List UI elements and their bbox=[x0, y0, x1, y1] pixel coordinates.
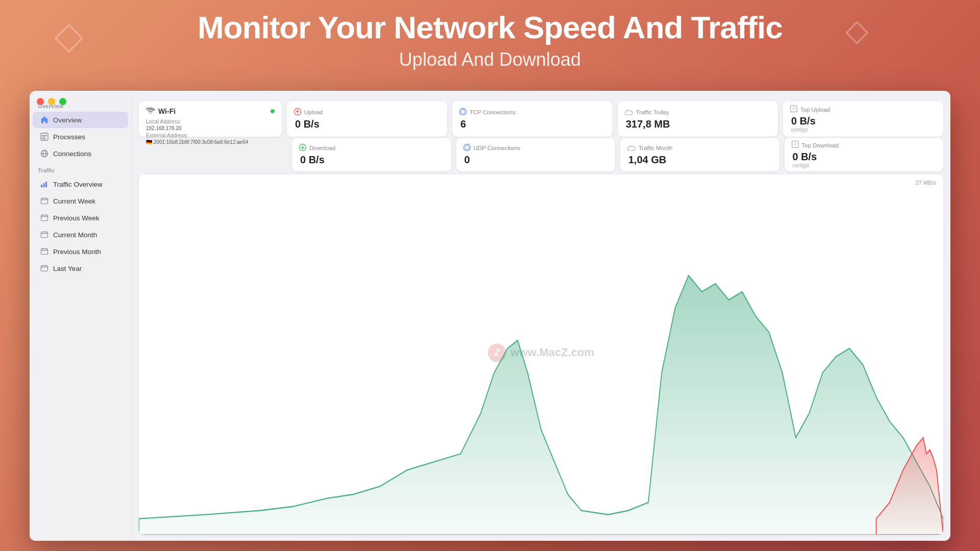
app-body: Overview Overview Processes Connections bbox=[30, 95, 950, 541]
tcp-icon bbox=[459, 108, 467, 117]
download-card: Download 0 B/s bbox=[292, 138, 451, 171]
traffic-overview-icon bbox=[40, 180, 49, 189]
close-button[interactable] bbox=[37, 98, 44, 105]
green-area bbox=[139, 276, 943, 535]
svg-point-35 bbox=[463, 144, 470, 151]
udp-card: UDP Connections 0 bbox=[456, 138, 616, 171]
wifi-name: Wi-Fi bbox=[146, 107, 176, 115]
download-header: Download bbox=[299, 144, 444, 153]
download-icon bbox=[299, 144, 306, 153]
svg-rect-22 bbox=[41, 249, 48, 255]
top-upload-label: Top Upload bbox=[800, 107, 830, 113]
processes-icon bbox=[40, 132, 49, 141]
wifi-icon bbox=[146, 108, 155, 115]
download-label: Download bbox=[309, 145, 335, 151]
svg-rect-3 bbox=[42, 138, 46, 139]
chart-container: 27 MB/s Z www.MacZ.com bbox=[139, 174, 943, 535]
page-header: Monitor Your Network Speed And Traffic U… bbox=[0, 0, 980, 76]
sidebar-item-previous-week[interactable]: Previous Week bbox=[33, 210, 128, 226]
top-download-label: Top Download bbox=[802, 142, 839, 148]
tcp-value: 6 bbox=[459, 118, 605, 130]
traffic-today-header: Traffic Today bbox=[625, 108, 771, 117]
sidebar-item-last-year[interactable]: Last Year bbox=[33, 260, 128, 277]
wifi-name-text: Wi-Fi bbox=[158, 107, 176, 115]
tcp-card: TCP Connections 6 bbox=[452, 101, 612, 137]
top-download-header: ? Top Download bbox=[792, 141, 937, 149]
question-icon-download: ? bbox=[792, 141, 799, 149]
sidebar-current-week-label: Current Week bbox=[53, 197, 95, 205]
stats-row-1: Wi-Fi Local Address: 192.168.178.20 Exte… bbox=[132, 95, 950, 141]
current-week-icon bbox=[40, 196, 49, 206]
svg-rect-14 bbox=[41, 215, 48, 221]
wifi-card: Wi-Fi Local Address: 192.168.178.20 Exte… bbox=[139, 101, 282, 137]
top-download-card: ? Top Download 0 B/s configd bbox=[785, 138, 944, 171]
top-download-sub: configd bbox=[792, 163, 937, 168]
upload-icon bbox=[294, 108, 301, 117]
wifi-header: Wi-Fi bbox=[146, 107, 275, 115]
udp-value: 0 bbox=[463, 154, 608, 166]
traffic-month-card: Traffic Month 1,04 GB bbox=[620, 138, 779, 171]
tcp-header: TCP Connections bbox=[459, 108, 605, 117]
page-subtitle: Upload And Download bbox=[0, 49, 980, 70]
chart-svg bbox=[139, 211, 943, 535]
sidebar-item-traffic-overview[interactable]: Traffic Overview bbox=[33, 176, 128, 192]
sidebar-section-traffic: Traffic bbox=[30, 162, 131, 176]
window-controls bbox=[37, 98, 66, 105]
svg-point-31 bbox=[460, 108, 467, 115]
wifi-local-label: Local Address: bbox=[146, 118, 275, 124]
top-upload-sub: configd bbox=[790, 127, 936, 133]
traffic-month-label: Traffic Month bbox=[639, 145, 672, 151]
traffic-today-value: 317,8 MB bbox=[625, 118, 771, 130]
sidebar-item-overview[interactable]: Overview bbox=[33, 112, 128, 128]
svg-rect-7 bbox=[41, 185, 42, 187]
top-upload-card: ? Top Upload 0 B/s configd bbox=[783, 101, 943, 137]
sidebar-overview-label: Overview bbox=[53, 116, 82, 124]
sidebar-processes-label: Processes bbox=[53, 133, 85, 141]
svg-rect-8 bbox=[43, 183, 45, 187]
sidebar-traffic-overview-label: Traffic Overview bbox=[53, 181, 103, 188]
svg-rect-18 bbox=[41, 232, 48, 238]
minimize-button[interactable] bbox=[48, 98, 55, 105]
svg-rect-1 bbox=[42, 135, 47, 136]
upload-value: 0 B/s bbox=[294, 118, 440, 130]
connections-icon bbox=[40, 149, 49, 158]
top-upload-value: 0 B/s bbox=[790, 115, 936, 127]
wifi-status-dot bbox=[271, 109, 275, 113]
download-value: 0 B/s bbox=[299, 154, 444, 166]
svg-rect-9 bbox=[45, 182, 47, 187]
svg-text:?: ? bbox=[794, 142, 796, 147]
content-area: Wi-Fi Local Address: 192.168.178.20 Exte… bbox=[132, 95, 950, 541]
traffic-month-value: 1,04 GB bbox=[627, 154, 772, 166]
last-year-icon bbox=[40, 264, 49, 273]
question-icon-upload: ? bbox=[790, 105, 797, 114]
sidebar-current-month-label: Current Month bbox=[53, 231, 97, 239]
sidebar-item-current-month[interactable]: Current Month bbox=[33, 227, 128, 243]
previous-week-icon bbox=[40, 213, 49, 222]
svg-rect-10 bbox=[41, 198, 48, 204]
sidebar-item-previous-month[interactable]: Previous Month bbox=[33, 243, 128, 260]
top-download-value: 0 B/s bbox=[792, 151, 937, 163]
mac-window: Overview Overview Processes Connections bbox=[30, 91, 950, 541]
stat-cards: Upload 0 B/s TCP Connections 6 bbox=[287, 101, 943, 137]
traffic-today-label: Traffic Today bbox=[636, 109, 669, 115]
udp-header: UDP Connections bbox=[463, 144, 608, 153]
top-upload-header: ? Top Upload bbox=[790, 105, 936, 114]
traffic-month-header: Traffic Month bbox=[627, 144, 772, 153]
sidebar-item-connections[interactable]: Connections bbox=[33, 145, 128, 162]
sidebar-item-current-week[interactable]: Current Week bbox=[33, 193, 128, 209]
stats-row-2: Download 0 B/s UDP Connections 0 bbox=[132, 138, 950, 174]
maximize-button[interactable] bbox=[59, 98, 66, 105]
svg-text:?: ? bbox=[793, 107, 795, 111]
home-icon bbox=[40, 115, 49, 124]
sidebar: Overview Overview Processes Connections bbox=[30, 95, 132, 541]
current-month-icon bbox=[40, 230, 49, 239]
traffic-today-card: Traffic Today 317,8 MB bbox=[618, 101, 778, 137]
upload-label: Upload bbox=[304, 109, 323, 115]
sidebar-previous-week-label: Previous Week bbox=[53, 214, 100, 222]
cloud-icon-today bbox=[625, 108, 633, 117]
udp-icon bbox=[463, 144, 471, 153]
stat-cards-2: Download 0 B/s UDP Connections 0 bbox=[292, 138, 943, 171]
sidebar-item-processes[interactable]: Processes bbox=[33, 129, 128, 145]
upload-card: Upload 0 B/s bbox=[287, 101, 447, 137]
page-title: Monitor Your Network Speed And Traffic bbox=[0, 10, 980, 45]
